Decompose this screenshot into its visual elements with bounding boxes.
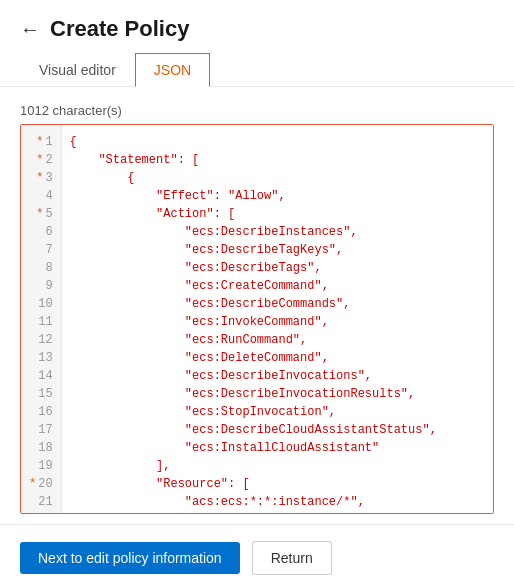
back-arrow-icon[interactable]: ← [20,19,40,39]
line-number: 13 [21,349,61,367]
line-number: 14 [21,367,61,385]
return-button[interactable]: Return [252,541,332,575]
char-count: 1012 character(s) [0,97,514,124]
line-numbers: 123456789101112131415161718192021 [21,125,62,514]
code-line: "ecs:DescribeTags", [70,259,485,277]
code-line: "Statement": [ [70,151,485,169]
line-number: 17 [21,421,61,439]
code-line: "ecs:InvokeCommand", [70,313,485,331]
line-number: 11 [21,313,61,331]
code-line: "ecs:DescribeCloudAssistantStatus", [70,421,485,439]
next-button[interactable]: Next to edit policy information [20,542,240,574]
line-number: 19 [21,457,61,475]
code-line: "ecs:InstallCloudAssistant" [70,439,485,457]
page-header: ← Create Policy [0,0,514,52]
code-line: "ecs:DescribeCommands", [70,295,485,313]
line-number: 18 [21,439,61,457]
code-line: "ecs:StopInvocation", [70,403,485,421]
code-line: "ecs:CreateCommand", [70,277,485,295]
line-number: 4 [21,187,61,205]
line-number: 10 [21,295,61,313]
page-title: Create Policy [50,16,189,42]
line-number: 20 [21,475,61,493]
code-line: "Action": [ [70,205,485,223]
code-line: "Effect": "Allow", [70,187,485,205]
line-number: 6 [21,223,61,241]
line-number: 12 [21,331,61,349]
code-line: "ecs:DescribeTagKeys", [70,241,485,259]
line-number: 5 [21,205,61,223]
code-line: "acs:ecs:*:*:instance/*", [70,493,485,511]
code-line: "ecs:DescribeInvocationResults", [70,385,485,403]
code-content[interactable]: { "Statement": [ { "Effect": "Allow", "A… [62,125,493,514]
code-line: "ecs:DescribeInvocations", [70,367,485,385]
code-line: "ecs:RunCommand", [70,331,485,349]
line-number: 2 [21,151,61,169]
code-line: "ecs:DescribeInstances", [70,223,485,241]
tab-visual-editor[interactable]: Visual editor [20,53,135,87]
line-number: 15 [21,385,61,403]
line-number: 3 [21,169,61,187]
code-line: "ecs:DeleteCommand", [70,349,485,367]
tabs-row: Visual editor JSON [0,52,514,87]
line-number: 1 [21,133,61,151]
code-editor: 123456789101112131415161718192021 { "Sta… [21,125,493,514]
line-number: 7 [21,241,61,259]
line-number: 8 [21,259,61,277]
line-number: 21 [21,493,61,511]
footer-buttons: Next to edit policy information Return [0,524,514,581]
code-line: { [70,169,485,187]
code-editor-container: 123456789101112131415161718192021 { "Sta… [20,124,494,514]
code-line: ], [70,457,485,475]
code-line: { [70,133,485,151]
code-line: "Resource": [ [70,475,485,493]
line-number: 9 [21,277,61,295]
tab-json[interactable]: JSON [135,53,210,87]
line-number: 16 [21,403,61,421]
